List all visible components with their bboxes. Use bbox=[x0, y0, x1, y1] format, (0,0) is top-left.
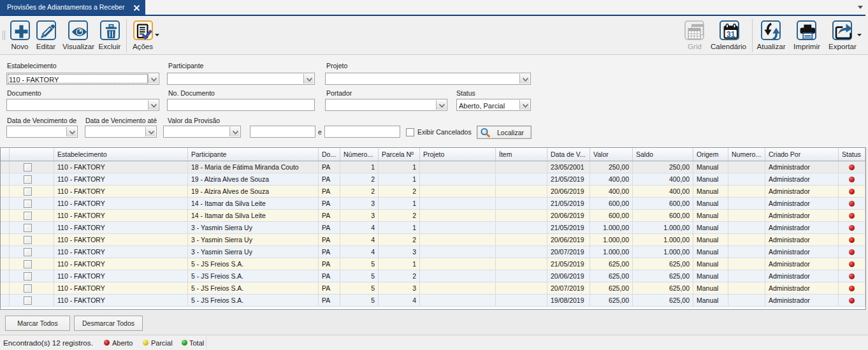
svg-text:31: 31 bbox=[727, 30, 735, 39]
